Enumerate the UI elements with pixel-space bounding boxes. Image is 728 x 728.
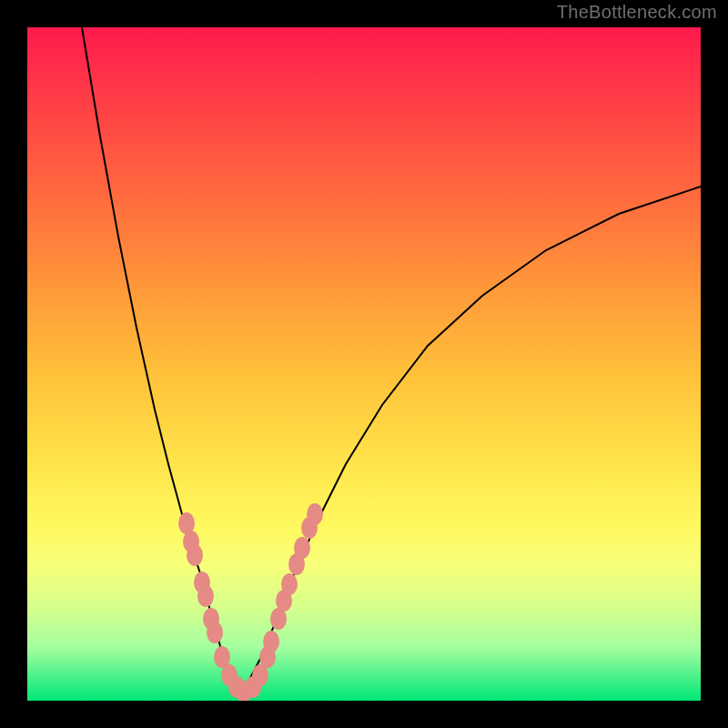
chart-svg — [27, 27, 701, 701]
chart-frame: TheBottleneck.com — [0, 0, 728, 728]
curve-left-branch — [82, 27, 240, 692]
data-marker — [294, 537, 310, 559]
watermark-text: TheBottleneck.com — [557, 2, 717, 23]
data-marker — [281, 573, 298, 595]
curve-right-branch — [240, 187, 701, 692]
data-marker — [207, 622, 223, 643]
plot-area — [27, 27, 701, 701]
data-marker — [263, 631, 279, 652]
marker-group — [178, 503, 323, 701]
data-marker — [187, 544, 203, 566]
data-marker — [197, 585, 214, 607]
data-marker — [307, 503, 323, 525]
